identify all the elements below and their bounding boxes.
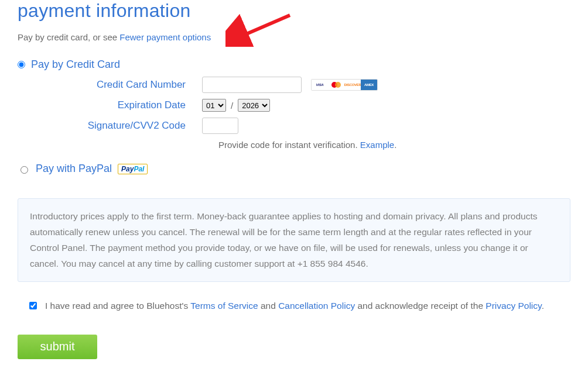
exp-date-label: Expiration Date <box>18 99 202 111</box>
cvv-label: Signature/CVV2 Code <box>18 120 202 132</box>
agreement-row: I have read and agree to Bluehost's Term… <box>18 301 570 311</box>
cvv-hint: Provide code for instant verification. E… <box>18 140 570 150</box>
mastercard-icon <box>328 80 344 90</box>
cvv-input[interactable] <box>202 118 238 134</box>
amex-icon: AMEX <box>361 80 377 90</box>
fine-print-box: Introductory prices apply to the first t… <box>18 198 570 282</box>
exp-month-select[interactable]: 01 <box>202 99 226 112</box>
discover-icon: DISCOVER <box>344 80 361 90</box>
cvv-example-link[interactable]: Example <box>360 140 394 150</box>
agree-checkbox[interactable] <box>29 302 37 309</box>
cvv-hint-text: Provide code for instant verification. <box>218 140 360 150</box>
privacy-policy-link[interactable]: Privacy Policy <box>486 301 541 311</box>
intro-line: Pay by credit card, or see Fewer payment… <box>18 32 570 42</box>
pay-paypal-radio[interactable] <box>20 166 28 174</box>
visa-icon: VISA <box>312 80 328 90</box>
exp-separator: / <box>231 101 233 111</box>
cc-number-label: Credit Card Number <box>18 79 202 91</box>
fewer-payment-options-link[interactable]: Fewer payment options <box>119 32 211 42</box>
tos-link[interactable]: Terms of Service <box>190 301 258 311</box>
payment-option-paypal[interactable]: Pay with PayPal PayPal <box>18 163 570 175</box>
exp-year-select[interactable]: 2026 <box>238 99 270 112</box>
cvv-hint-period: . <box>394 140 396 150</box>
pay-cc-radio[interactable] <box>18 61 25 68</box>
pay-paypal-label: Pay with PayPal <box>36 163 112 175</box>
pay-cc-label: Pay by Credit Card <box>31 58 120 71</box>
submit-button[interactable]: submit <box>18 335 97 359</box>
page-title: payment information <box>18 0 570 22</box>
cc-brands-icon: VISA DISCOVER AMEX <box>311 79 378 91</box>
agree-text: I have read and agree to Bluehost's Term… <box>45 301 544 311</box>
cancellation-policy-link[interactable]: Cancellation Policy <box>278 301 355 311</box>
cc-number-input[interactable] <box>202 77 302 93</box>
paypal-icon: PayPal <box>118 164 148 174</box>
intro-prefix: Pay by credit card, or see <box>18 32 119 42</box>
payment-option-cc[interactable]: Pay by Credit Card <box>18 58 570 71</box>
